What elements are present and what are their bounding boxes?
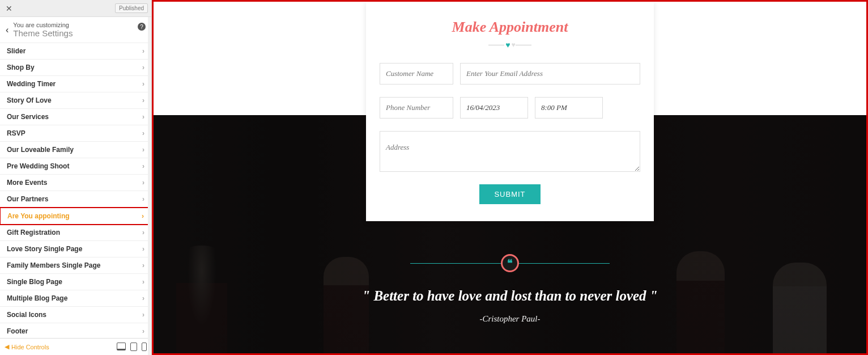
menu-item-our-services[interactable]: Our Services› [0,109,151,125]
chevron-right-icon: › [142,195,144,203]
menu-label: More Events [7,179,47,187]
chevron-right-icon: › [142,212,144,220]
sidebar-header: ‹ You are customizing Theme Settings ? [0,17,151,43]
menu-item-slider[interactable]: Slider› [0,43,151,60]
chevron-right-icon: › [142,179,144,187]
menu-item-family-members-single-page[interactable]: Family Members Single Page› [0,257,151,274]
panel-title: Theme Settings [13,28,146,38]
chevron-right-icon: › [142,327,144,335]
heart-divider: ♥ ♥ [380,40,640,49]
menu-item-shop-by[interactable]: Shop By› [0,60,151,76]
menu-item-are-you-appointing[interactable]: Are You appointing› [0,207,151,225]
testimonial-section: ❝ " Better to have love and lost than to… [154,254,866,324]
preview-pane: Make Appointment ♥ ♥ [152,0,868,355]
phone-input[interactable] [380,97,453,119]
collapse-icon: ◀ [5,343,9,350]
chevron-right-icon: › [142,311,144,319]
device-preview-toggles [117,343,147,351]
published-badge: Published [115,3,148,13]
quote-icon: ❝ [501,254,519,272]
sidebar-scrollbar[interactable] [148,17,151,355]
desktop-preview-icon[interactable] [117,343,126,350]
submit-button[interactable]: SUBMIT [479,184,540,204]
menu-item-rsvp[interactable]: RSVP› [0,125,151,142]
menu-label: Story Of Love [7,96,52,104]
menu-item-social-icons[interactable]: Social Icons› [0,307,151,323]
menu-label: Our Loveable Family [7,146,74,154]
email-input[interactable] [460,63,640,84]
menu-item-our-partners[interactable]: Our Partners› [0,191,151,208]
menu-label: Slider [7,47,25,55]
heart-icon: ♥ [512,41,516,49]
chevron-right-icon: › [142,278,144,286]
menu-item-pre-wedding-shoot[interactable]: Pre Wedding Shoot› [0,158,151,175]
menu-item-footer[interactable]: Footer› [0,323,151,338]
menu-label: Our Services [7,113,49,121]
chevron-right-icon: › [142,113,144,121]
menu-label: Shop By [7,64,35,71]
chevron-right-icon: › [142,162,144,170]
time-input[interactable] [535,97,603,119]
menu-label: Social Icons [7,311,46,319]
sidebar-topbar: ✕ Published [0,0,151,17]
address-input[interactable] [380,131,640,172]
chevron-right-icon: › [142,261,144,269]
menu-item-our-loveable-family[interactable]: Our Loveable Family› [0,142,151,158]
menu-item-multiple-blog-page[interactable]: Multiple Blog Page› [0,290,151,307]
menu-label: Love Story Single Page [7,245,82,253]
sidebar-footer: ◀ Hide Controls [0,338,151,355]
chevron-right-icon: › [142,146,144,154]
customizer-sidebar: ✕ Published ‹ You are customizing Theme … [0,0,152,355]
hide-controls-label: Hide Controls [11,344,49,350]
quote-divider: ❝ [154,254,866,272]
menu-label: Multiple Blog Page [7,294,67,302]
menu-label: Are You appointing [7,212,70,220]
chevron-right-icon: › [142,64,144,71]
tablet-preview-icon[interactable] [130,343,137,351]
appointment-form-card: Make Appointment ♥ ♥ [366,2,654,221]
menu-label: Wedding Timer [7,80,56,88]
customizing-label: You are customizing [13,22,146,28]
menu-item-story-of-love[interactable]: Story Of Love› [0,92,151,109]
testimonial-author: -Cristopher Paul- [154,314,866,324]
heart-icon: ♥ [505,40,510,49]
form-title: Make Appointment [380,19,640,36]
chevron-right-icon: › [142,229,144,236]
menu-label: RSVP [7,129,25,137]
menu-item-wedding-timer[interactable]: Wedding Timer› [0,76,151,92]
chevron-right-icon: › [142,96,144,104]
menu-label: Gift Registration [7,229,60,236]
menu-label: Pre Wedding Shoot [7,162,69,170]
date-input[interactable] [460,97,528,119]
menu-label: Single Blog Page [7,278,62,286]
menu-item-more-events[interactable]: More Events› [0,175,151,191]
close-icon[interactable]: ✕ [3,4,15,13]
chevron-right-icon: › [142,80,144,88]
menu-item-single-blog-page[interactable]: Single Blog Page› [0,274,151,290]
menu-label: Family Members Single Page [7,261,100,269]
menu-item-love-story-single-page[interactable]: Love Story Single Page› [0,241,151,257]
chevron-right-icon: › [142,245,144,253]
chevron-right-icon: › [142,129,144,137]
chevron-right-icon: › [142,47,144,55]
menu-label: Our Partners [7,195,48,203]
testimonial-quote: " Better to have love and lost than to n… [154,288,866,304]
hide-controls-button[interactable]: ◀ Hide Controls [5,343,49,350]
settings-menu: Slider› Shop By› Wedding Timer› Story Of… [0,43,151,338]
chevron-right-icon: › [142,294,144,302]
customer-name-input[interactable] [380,63,453,84]
help-icon[interactable]: ? [138,23,146,31]
menu-label: Footer [7,327,28,335]
mobile-preview-icon[interactable] [142,343,147,351]
menu-item-gift-registration[interactable]: Gift Registration› [0,225,151,241]
back-arrow-icon[interactable]: ‹ [6,25,8,35]
